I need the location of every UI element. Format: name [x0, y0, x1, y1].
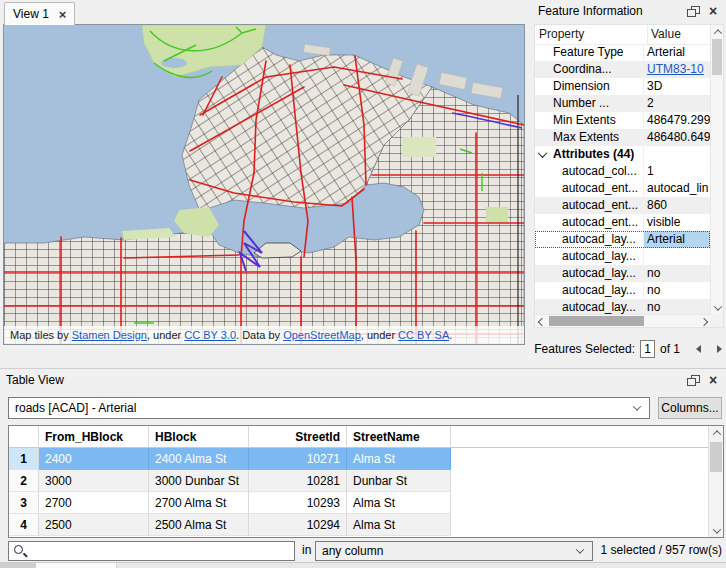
vertical-scrollbar[interactable] — [708, 426, 723, 537]
property-row[interactable]: autocad_col...1 — [535, 163, 710, 180]
float-panel-button[interactable] — [684, 372, 702, 388]
map-attribution: Map tiles by Stamen Design, under CC BY … — [4, 326, 524, 344]
map-canvas[interactable] — [4, 25, 524, 344]
property-value: 2 — [643, 95, 710, 112]
scroll-down-icon[interactable] — [710, 524, 723, 537]
close-icon[interactable]: × — [59, 8, 67, 21]
close-panel-button[interactable]: × — [704, 3, 722, 19]
property-name: autocad_lay... — [562, 248, 636, 265]
value-column-header[interactable]: Value — [647, 25, 719, 44]
table-cell[interactable]: Alma St — [347, 492, 451, 514]
next-feature-icon[interactable] — [717, 345, 722, 353]
property-row[interactable]: autocad_lay...no — [535, 265, 710, 282]
table-cell[interactable]: Dunbar St — [347, 470, 451, 492]
property-value: 3D — [643, 78, 710, 95]
bottom-tab-segment — [0, 563, 36, 568]
cc-by-sa-link[interactable]: CC BY SA — [398, 329, 449, 341]
table-row[interactable]: 230003000 Dunbar St10281Dunbar St — [9, 470, 723, 492]
table-row[interactable]: 425002500 Alma St10294Alma St — [9, 514, 723, 536]
property-row[interactable]: autocad_ent...autocad_lin — [535, 180, 710, 197]
property-row[interactable]: Attributes (44) — [535, 146, 710, 163]
property-row[interactable]: Number ...2 — [535, 95, 710, 112]
previous-feature-icon[interactable] — [696, 345, 701, 353]
table-cell[interactable]: Alma St — [347, 448, 451, 470]
property-row[interactable]: Dimension3D — [535, 78, 710, 95]
tab-view-1[interactable]: View 1 × — [4, 2, 75, 25]
property-value: 486479.299 — [643, 112, 710, 129]
property-name: Coordina... — [553, 61, 612, 78]
scroll-left-icon[interactable] — [535, 315, 548, 328]
row-filler — [451, 514, 723, 536]
scrollbar-thumb[interactable] — [549, 316, 644, 326]
scroll-right-icon[interactable] — [697, 315, 710, 328]
row-number[interactable]: 2 — [9, 470, 39, 492]
property-row[interactable]: Feature TypeArterial — [535, 44, 710, 61]
stamen-design-link[interactable]: Stamen Design — [72, 329, 147, 341]
search-input[interactable] — [29, 542, 294, 560]
table-row[interactable]: 124002400 Alma St10271Alma St — [9, 448, 723, 470]
table-cell[interactable]: 10293 — [249, 492, 347, 514]
property-value: Arterial — [643, 231, 710, 248]
table-header-row: From_HBlockHBlockStreetIdStreetName — [9, 426, 723, 448]
property-row[interactable]: Min Extents486479.299 — [535, 112, 710, 129]
openstreetmap-link[interactable]: OpenStreetMap — [283, 329, 361, 341]
close-panel-button[interactable]: × — [704, 372, 722, 388]
float-icon — [687, 6, 700, 17]
table-cell[interactable]: 3000 Dunbar St — [149, 470, 249, 492]
table-cell[interactable]: 10294 — [249, 514, 347, 536]
table-cell[interactable]: 3000 — [39, 470, 149, 492]
property-row[interactable]: autocad_lay...no — [535, 282, 710, 299]
property-column-header[interactable]: Property — [535, 25, 647, 44]
row-number[interactable]: 4 — [9, 514, 39, 536]
row-number-header — [9, 426, 39, 448]
property-row[interactable]: autocad_ent...860 — [535, 197, 710, 214]
filter-column-select[interactable]: any column — [315, 541, 593, 561]
property-value[interactable]: UTM83-10 — [643, 61, 710, 78]
features-selected-bar: Features Selected: 1 of 1 — [532, 336, 722, 362]
attribution-text: , under — [147, 329, 184, 341]
row-number[interactable]: 3 — [9, 492, 39, 514]
property-row[interactable]: autocad_ent...visible — [535, 214, 710, 231]
column-header[interactable]: HBlock — [149, 426, 249, 448]
row-number[interactable]: 1 — [9, 448, 39, 470]
column-header[interactable]: From_HBlock — [39, 426, 149, 448]
table-cell[interactable]: 2700 — [39, 492, 149, 514]
column-header[interactable]: StreetName — [347, 426, 451, 448]
scroll-down-icon[interactable] — [711, 301, 724, 314]
property-row[interactable]: Coordina...UTM83-10 — [535, 61, 710, 78]
table-cell[interactable]: Alma St — [347, 514, 451, 536]
map-view[interactable]: Map tiles by Stamen Design, under CC BY … — [3, 24, 525, 345]
property-row[interactable]: autocad_lay... — [535, 248, 710, 265]
table-cell[interactable]: 2400 — [39, 448, 149, 470]
search-box[interactable] — [8, 541, 295, 561]
feature-source-select[interactable]: roads [ACAD] - Arterial — [8, 397, 650, 419]
property-row[interactable]: Max Extents486480.649 — [535, 129, 710, 146]
feature-index-input[interactable]: 1 — [640, 340, 655, 358]
table-cell[interactable]: 2700 Alma St — [149, 492, 249, 514]
scrollbar-thumb[interactable] — [710, 442, 722, 472]
property-row[interactable]: autocad_lay...Arterial — [535, 231, 710, 248]
table-cell[interactable]: 2400 Alma St — [149, 448, 249, 470]
horizontal-scrollbar[interactable] — [535, 314, 710, 327]
property-value: no — [643, 282, 710, 299]
cc-by-link[interactable]: CC BY 3.0 — [184, 329, 236, 341]
property-name: Dimension — [553, 78, 610, 95]
attribution-text: . Data by — [236, 329, 283, 341]
columns-button[interactable]: Columns... — [658, 397, 722, 419]
table-cell[interactable]: 2500 — [39, 514, 149, 536]
search-icon — [13, 544, 27, 558]
scrollbar-thumb[interactable] — [712, 39, 722, 75]
table-cell[interactable]: 10281 — [249, 470, 347, 492]
chevron-down-icon[interactable] — [538, 148, 548, 158]
scroll-up-icon[interactable] — [710, 426, 723, 439]
float-panel-button[interactable] — [684, 3, 702, 19]
property-name: Min Extents — [553, 112, 616, 129]
column-header[interactable]: StreetId — [249, 426, 347, 448]
header-filler — [451, 426, 723, 448]
table-cell[interactable]: 10271 — [249, 448, 347, 470]
table-row[interactable]: 327002700 Alma St10293Alma St — [9, 492, 723, 514]
table-cell[interactable]: 2500 Alma St — [149, 514, 249, 536]
property-row[interactable]: autocad_lay...no — [535, 299, 710, 314]
vertical-scrollbar[interactable] — [710, 25, 723, 314]
scroll-up-icon[interactable] — [711, 25, 724, 38]
